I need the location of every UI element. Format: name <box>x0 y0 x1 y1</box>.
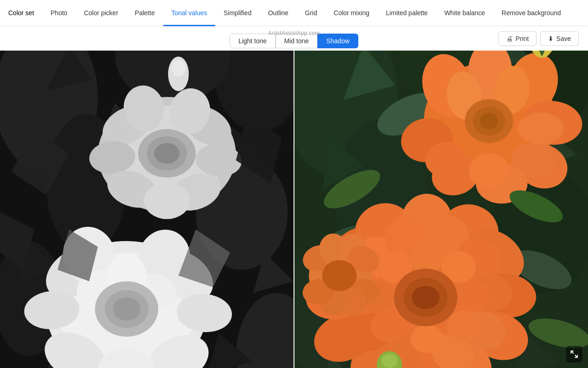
svg-point-87 <box>518 113 564 145</box>
tonal-svg <box>0 51 294 368</box>
save-label: Save <box>556 35 571 42</box>
nav-item-simplified[interactable]: Simplified <box>215 0 260 26</box>
images-area <box>0 51 588 368</box>
tonal-image-panel <box>0 51 294 368</box>
svg-point-46 <box>113 298 141 321</box>
action-buttons: 🖨 Print ⬇ Save <box>498 31 579 46</box>
nav-item-palette[interactable]: Palette <box>126 0 163 26</box>
print-icon: 🖨 <box>506 35 513 42</box>
svg-point-89 <box>469 153 509 188</box>
print-button[interactable]: 🖨 Print <box>498 31 537 46</box>
svg-point-145 <box>322 260 356 291</box>
nav-item-color-mixing[interactable]: Color mixing <box>325 0 378 26</box>
nav-item-white-balance[interactable]: White balance <box>436 0 493 26</box>
flower-svg <box>294 51 588 368</box>
svg-point-123 <box>456 281 490 312</box>
nav-item-tonal-values[interactable]: Tonal values <box>163 0 215 26</box>
nav-item-remove-background[interactable]: Remove background <box>493 0 569 26</box>
expand-button[interactable] <box>566 346 582 362</box>
nav-bar: Color setPhotoColor pickerPaletteTonal v… <box>0 0 588 26</box>
nav-item-photo[interactable]: Photo <box>42 0 76 26</box>
nav-item-limited-palette[interactable]: Limited palette <box>378 0 436 26</box>
save-icon: ⬇ <box>548 35 554 42</box>
svg-point-130 <box>412 286 440 309</box>
expand-icon <box>570 350 578 358</box>
nav-item-color-picker[interactable]: Color picker <box>76 0 127 26</box>
svg-point-26 <box>144 182 190 219</box>
svg-point-29 <box>154 143 180 164</box>
nav-item-color-set[interactable]: Color set <box>0 0 42 26</box>
color-image-panel <box>294 51 588 368</box>
tone-btn-shadow[interactable]: Shadow <box>317 34 358 48</box>
svg-point-132 <box>381 354 397 368</box>
print-label: Print <box>515 35 529 42</box>
nav-item-outline[interactable]: Outline <box>260 0 296 26</box>
nav-item-grid[interactable]: Grid <box>297 0 325 26</box>
save-button[interactable]: ⬇ Save <box>540 31 579 46</box>
svg-point-48 <box>171 59 185 77</box>
svg-point-125 <box>411 325 443 354</box>
subtitle-bar: ArtistAssistApp.com Light toneMid toneSh… <box>0 26 588 51</box>
subtitle-text: ArtistAssistApp.com <box>268 30 320 36</box>
svg-point-93 <box>480 113 498 129</box>
